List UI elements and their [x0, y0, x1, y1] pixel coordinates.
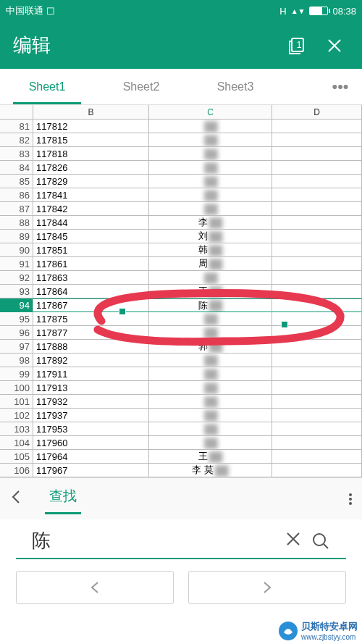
table-row[interactable]: 89117845刘██ [0, 230, 362, 243]
row-header[interactable]: 81 [0, 120, 33, 133]
find-next-button[interactable] [188, 571, 346, 604]
table-row[interactable]: 95117875██ [0, 312, 362, 326]
cell[interactable]: 117913 [33, 381, 149, 395]
cell[interactable]: 117829 [33, 175, 149, 188]
tab-sheet2[interactable]: Sheet2 [94, 69, 188, 104]
table-row[interactable]: 91117861周██ [0, 257, 362, 271]
cell[interactable]: 117960 [33, 436, 149, 450]
cell[interactable] [272, 450, 362, 464]
cell[interactable]: 117818 [33, 147, 149, 161]
cell[interactable] [272, 188, 362, 202]
table-row[interactable]: 96117877██ [0, 326, 362, 340]
cell[interactable]: 刘██ [149, 230, 272, 243]
cell[interactable]: 117953 [33, 422, 149, 436]
cell[interactable]: 117875 [33, 312, 149, 326]
cell[interactable] [272, 243, 362, 257]
cell[interactable]: ██ [149, 326, 272, 340]
cell[interactable]: 117851 [33, 243, 149, 257]
tabs-more-button[interactable]: ••• [319, 69, 362, 104]
cell[interactable]: 117841 [33, 188, 149, 202]
pages-button[interactable]: 1 [282, 31, 311, 60]
cell[interactable] [272, 147, 362, 161]
find-tab[interactable]: 查找 [49, 487, 77, 511]
cell[interactable]: 117815 [33, 133, 149, 147]
cell[interactable]: 117842 [33, 202, 149, 216]
cell[interactable]: ██ [149, 188, 272, 202]
cell[interactable]: ██ [149, 133, 272, 147]
cell[interactable] [272, 285, 362, 298]
row-header[interactable]: 86 [0, 188, 33, 202]
table-row[interactable]: 100117913██ [0, 381, 362, 395]
cell[interactable]: ██ [149, 175, 272, 188]
cell[interactable]: 117911 [33, 367, 149, 381]
table-row[interactable]: 99117911██ [0, 367, 362, 381]
cell[interactable]: 117877 [33, 326, 149, 340]
cell[interactable]: 117844 [33, 216, 149, 230]
cell[interactable] [272, 464, 362, 477]
cell[interactable] [272, 436, 362, 450]
cell[interactable]: ██ [149, 395, 272, 409]
cell[interactable]: ██ [149, 271, 272, 285]
row-header[interactable]: 88 [0, 216, 33, 230]
cell[interactable] [272, 381, 362, 395]
col-header-b[interactable]: B [33, 105, 149, 120]
col-header-c[interactable]: C [149, 105, 272, 120]
cell[interactable]: ██ [149, 147, 272, 161]
row-header[interactable]: 101 [0, 395, 33, 409]
row-header[interactable]: 106 [0, 464, 33, 477]
cell[interactable]: 117861 [33, 257, 149, 271]
cell[interactable]: 郭██ [149, 340, 272, 354]
col-header-d[interactable]: D [272, 105, 362, 120]
row-header[interactable]: 96 [0, 326, 33, 340]
table-row[interactable]: 105117964王██ [0, 450, 362, 464]
cell[interactable] [272, 395, 362, 409]
table-row[interactable]: 97117888郭██ [0, 340, 362, 354]
cell[interactable]: 韩██ [149, 243, 272, 257]
row-header[interactable]: 82 [0, 133, 33, 147]
cell[interactable] [272, 175, 362, 188]
table-row[interactable]: 104117960██ [0, 436, 362, 450]
row-header[interactable]: 100 [0, 381, 33, 395]
cell[interactable]: 117812 [33, 120, 149, 133]
cell[interactable]: 117892 [33, 354, 149, 367]
cell[interactable]: 117867 [33, 298, 149, 312]
table-row[interactable]: 92117863██ [0, 271, 362, 285]
cell[interactable] [272, 202, 362, 216]
cell[interactable]: 117964 [33, 450, 149, 464]
table-row[interactable]: 98117892██ [0, 354, 362, 367]
table-row[interactable]: 93117864王██ [0, 285, 362, 298]
spreadsheet[interactable]: B C D 81117812██82117815██83117818██8411… [0, 105, 362, 477]
table-row[interactable]: 83117818██ [0, 147, 362, 161]
cell[interactable]: ██ [149, 409, 272, 422]
selection-handle-left[interactable] [119, 308, 126, 315]
cell[interactable]: ██ [149, 436, 272, 450]
cell[interactable]: 117826 [33, 161, 149, 175]
row-header[interactable]: 95 [0, 312, 33, 326]
search-input[interactable]: 陈 [32, 528, 275, 553]
table-row[interactable]: 86117841██ [0, 188, 362, 202]
cell[interactable]: ██ [149, 367, 272, 381]
cell[interactable]: ██ [149, 161, 272, 175]
find-back-button[interactable] [10, 488, 32, 510]
find-prev-button[interactable] [16, 571, 174, 604]
table-row[interactable]: 81117812██ [0, 120, 362, 133]
table-row[interactable]: 90117851韩██ [0, 243, 362, 257]
tab-sheet3[interactable]: Sheet3 [188, 69, 282, 104]
row-header[interactable]: 103 [0, 422, 33, 436]
cell[interactable] [272, 133, 362, 147]
cell[interactable]: 王██ [149, 285, 272, 298]
cell[interactable] [272, 230, 362, 243]
row-header[interactable]: 94 [0, 298, 33, 312]
cell[interactable] [272, 271, 362, 285]
row-header[interactable]: 102 [0, 409, 33, 422]
cell[interactable]: 陈██ [149, 298, 272, 312]
cell[interactable] [272, 422, 362, 436]
row-header[interactable]: 98 [0, 354, 33, 367]
find-more-button[interactable] [349, 493, 352, 505]
table-row[interactable]: 82117815██ [0, 133, 362, 147]
row-header[interactable]: 84 [0, 161, 33, 175]
row-header[interactable]: 90 [0, 243, 33, 257]
clear-search-button[interactable] [285, 530, 301, 552]
cell[interactable]: ██ [149, 202, 272, 216]
cell[interactable]: 周██ [149, 257, 272, 271]
